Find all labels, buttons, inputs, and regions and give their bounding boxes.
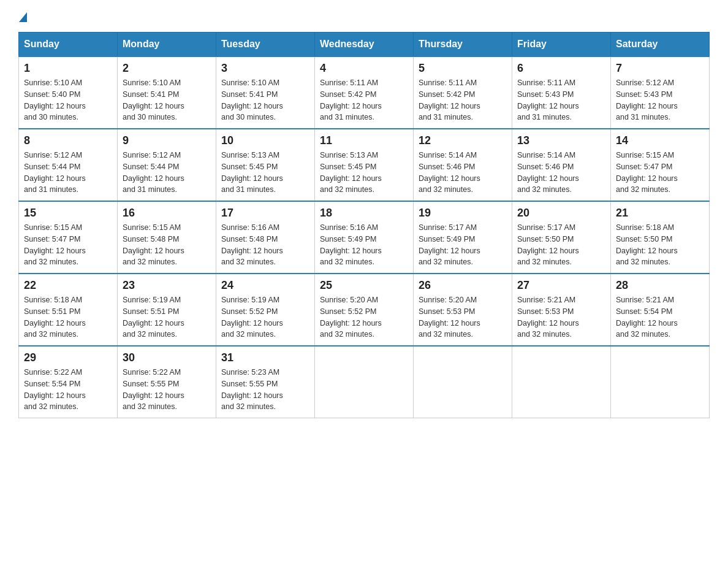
calendar-cell: 23 Sunrise: 5:19 AMSunset: 5:51 PMDaylig… xyxy=(118,274,216,346)
day-info: Sunrise: 5:12 AMSunset: 5:44 PMDaylight:… xyxy=(123,151,184,194)
day-info: Sunrise: 5:18 AMSunset: 5:51 PMDaylight:… xyxy=(24,296,86,339)
calendar-cell: 31 Sunrise: 5:23 AMSunset: 5:55 PMDaylig… xyxy=(216,346,315,418)
calendar-cell: 4 Sunrise: 5:11 AMSunset: 5:42 PMDayligh… xyxy=(315,56,414,129)
day-info: Sunrise: 5:22 AMSunset: 5:55 PMDaylight:… xyxy=(123,368,184,411)
day-info: Sunrise: 5:15 AMSunset: 5:47 PMDaylight:… xyxy=(616,151,678,194)
calendar-cell: 5 Sunrise: 5:11 AMSunset: 5:42 PMDayligh… xyxy=(414,56,512,129)
day-number: 17 xyxy=(221,207,309,220)
header-friday: Friday xyxy=(512,33,611,57)
day-number: 26 xyxy=(419,279,507,292)
week-row-3: 15 Sunrise: 5:15 AMSunset: 5:47 PMDaylig… xyxy=(19,201,710,274)
calendar-cell: 26 Sunrise: 5:20 AMSunset: 5:53 PMDaylig… xyxy=(414,274,512,346)
calendar-cell: 8 Sunrise: 5:12 AMSunset: 5:44 PMDayligh… xyxy=(19,129,118,201)
calendar-cell: 3 Sunrise: 5:10 AMSunset: 5:41 PMDayligh… xyxy=(216,56,315,129)
calendar-cell: 11 Sunrise: 5:13 AMSunset: 5:45 PMDaylig… xyxy=(315,129,414,201)
day-info: Sunrise: 5:16 AMSunset: 5:48 PMDaylight:… xyxy=(221,223,283,266)
day-info: Sunrise: 5:23 AMSunset: 5:55 PMDaylight:… xyxy=(221,368,283,411)
calendar-cell: 7 Sunrise: 5:12 AMSunset: 5:43 PMDayligh… xyxy=(611,56,710,129)
logo-triangle-icon xyxy=(19,12,27,22)
day-number: 20 xyxy=(517,207,605,220)
day-info: Sunrise: 5:15 AMSunset: 5:48 PMDaylight:… xyxy=(123,223,184,266)
header-monday: Monday xyxy=(118,33,216,57)
day-number: 18 xyxy=(320,207,408,220)
calendar-cell: 27 Sunrise: 5:21 AMSunset: 5:53 PMDaylig… xyxy=(512,274,611,346)
calendar-cell: 17 Sunrise: 5:16 AMSunset: 5:48 PMDaylig… xyxy=(216,201,315,274)
logo-icon xyxy=(19,12,27,23)
header-saturday: Saturday xyxy=(611,33,710,57)
calendar-cell xyxy=(512,346,611,418)
day-number: 10 xyxy=(221,134,309,147)
day-number: 7 xyxy=(616,62,704,75)
calendar-cell xyxy=(414,346,512,418)
header-thursday: Thursday xyxy=(414,33,512,57)
day-info: Sunrise: 5:10 AMSunset: 5:41 PMDaylight:… xyxy=(221,79,283,121)
day-number: 3 xyxy=(221,62,309,75)
day-number: 1 xyxy=(24,62,112,75)
day-info: Sunrise: 5:21 AMSunset: 5:54 PMDaylight:… xyxy=(616,296,678,339)
logo xyxy=(18,12,27,21)
calendar-cell: 28 Sunrise: 5:21 AMSunset: 5:54 PMDaylig… xyxy=(611,274,710,346)
day-number: 2 xyxy=(123,62,211,75)
header-wednesday: Wednesday xyxy=(315,33,414,57)
calendar-cell: 18 Sunrise: 5:16 AMSunset: 5:49 PMDaylig… xyxy=(315,201,414,274)
calendar-cell: 20 Sunrise: 5:17 AMSunset: 5:50 PMDaylig… xyxy=(512,201,611,274)
day-info: Sunrise: 5:19 AMSunset: 5:51 PMDaylight:… xyxy=(123,296,184,339)
day-info: Sunrise: 5:11 AMSunset: 5:43 PMDaylight:… xyxy=(517,79,579,121)
day-number: 24 xyxy=(221,279,309,292)
calendar-header-row: SundayMondayTuesdayWednesdayThursdayFrid… xyxy=(19,33,710,57)
day-info: Sunrise: 5:11 AMSunset: 5:42 PMDaylight:… xyxy=(419,79,480,121)
calendar-cell: 21 Sunrise: 5:18 AMSunset: 5:50 PMDaylig… xyxy=(611,201,710,274)
day-info: Sunrise: 5:19 AMSunset: 5:52 PMDaylight:… xyxy=(221,296,283,339)
calendar-cell: 24 Sunrise: 5:19 AMSunset: 5:52 PMDaylig… xyxy=(216,274,315,346)
day-number: 4 xyxy=(320,62,408,75)
day-info: Sunrise: 5:18 AMSunset: 5:50 PMDaylight:… xyxy=(616,223,678,266)
calendar-cell: 22 Sunrise: 5:18 AMSunset: 5:51 PMDaylig… xyxy=(19,274,118,346)
day-info: Sunrise: 5:11 AMSunset: 5:42 PMDaylight:… xyxy=(320,79,382,121)
day-info: Sunrise: 5:14 AMSunset: 5:46 PMDaylight:… xyxy=(419,151,480,194)
calendar-cell: 29 Sunrise: 5:22 AMSunset: 5:54 PMDaylig… xyxy=(19,346,118,418)
day-number: 30 xyxy=(123,351,211,364)
calendar-cell: 2 Sunrise: 5:10 AMSunset: 5:41 PMDayligh… xyxy=(118,56,216,129)
day-number: 11 xyxy=(320,134,408,147)
calendar-cell: 1 Sunrise: 5:10 AMSunset: 5:40 PMDayligh… xyxy=(19,56,118,129)
day-number: 13 xyxy=(517,134,605,147)
day-info: Sunrise: 5:20 AMSunset: 5:53 PMDaylight:… xyxy=(419,296,480,339)
day-number: 28 xyxy=(616,279,704,292)
day-info: Sunrise: 5:17 AMSunset: 5:50 PMDaylight:… xyxy=(517,223,579,266)
calendar-cell: 12 Sunrise: 5:14 AMSunset: 5:46 PMDaylig… xyxy=(414,129,512,201)
day-number: 8 xyxy=(24,134,112,147)
day-number: 23 xyxy=(123,279,211,292)
calendar-cell: 15 Sunrise: 5:15 AMSunset: 5:47 PMDaylig… xyxy=(19,201,118,274)
day-number: 6 xyxy=(517,62,605,75)
week-row-5: 29 Sunrise: 5:22 AMSunset: 5:54 PMDaylig… xyxy=(19,346,710,418)
day-number: 27 xyxy=(517,279,605,292)
day-info: Sunrise: 5:12 AMSunset: 5:44 PMDaylight:… xyxy=(24,151,86,194)
day-number: 9 xyxy=(123,134,211,147)
calendar-cell: 30 Sunrise: 5:22 AMSunset: 5:55 PMDaylig… xyxy=(118,346,216,418)
calendar-cell xyxy=(611,346,710,418)
day-info: Sunrise: 5:10 AMSunset: 5:41 PMDaylight:… xyxy=(123,79,184,121)
calendar-cell: 19 Sunrise: 5:17 AMSunset: 5:49 PMDaylig… xyxy=(414,201,512,274)
day-info: Sunrise: 5:20 AMSunset: 5:52 PMDaylight:… xyxy=(320,296,382,339)
header-sunday: Sunday xyxy=(19,33,118,57)
header-tuesday: Tuesday xyxy=(216,33,315,57)
day-number: 15 xyxy=(24,207,112,220)
day-number: 14 xyxy=(616,134,704,147)
page-header xyxy=(18,12,710,21)
week-row-2: 8 Sunrise: 5:12 AMSunset: 5:44 PMDayligh… xyxy=(19,129,710,201)
day-number: 29 xyxy=(24,351,112,364)
calendar-cell: 10 Sunrise: 5:13 AMSunset: 5:45 PMDaylig… xyxy=(216,129,315,201)
day-number: 19 xyxy=(419,207,507,220)
day-info: Sunrise: 5:15 AMSunset: 5:47 PMDaylight:… xyxy=(24,223,86,266)
day-info: Sunrise: 5:21 AMSunset: 5:53 PMDaylight:… xyxy=(517,296,579,339)
day-number: 31 xyxy=(221,351,309,364)
day-number: 5 xyxy=(419,62,507,75)
calendar-cell: 16 Sunrise: 5:15 AMSunset: 5:48 PMDaylig… xyxy=(118,201,216,274)
day-number: 12 xyxy=(419,134,507,147)
calendar-cell: 6 Sunrise: 5:11 AMSunset: 5:43 PMDayligh… xyxy=(512,56,611,129)
day-number: 21 xyxy=(616,207,704,220)
day-info: Sunrise: 5:13 AMSunset: 5:45 PMDaylight:… xyxy=(221,151,283,194)
calendar-cell: 14 Sunrise: 5:15 AMSunset: 5:47 PMDaylig… xyxy=(611,129,710,201)
day-number: 16 xyxy=(123,207,211,220)
calendar-cell: 13 Sunrise: 5:14 AMSunset: 5:46 PMDaylig… xyxy=(512,129,611,201)
